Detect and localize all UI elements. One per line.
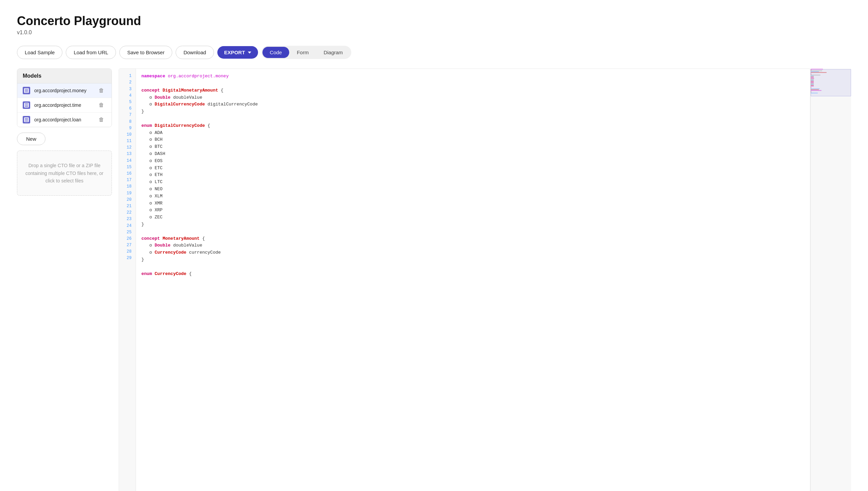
code-line: o LTC — [141, 179, 805, 186]
code-line: o ETH — [141, 172, 805, 179]
download-button[interactable]: Download — [176, 46, 214, 59]
line-number: 4 — [119, 93, 136, 99]
line-number: 1 — [119, 73, 136, 79]
line-number: 13 — [119, 151, 136, 157]
line-number: 3 — [119, 86, 136, 93]
delete-model-icon[interactable]: 🗑 — [97, 116, 106, 123]
line-number: 14 — [119, 158, 136, 164]
line-number: 22 — [119, 210, 136, 216]
delete-model-icon[interactable]: 🗑 — [97, 101, 106, 109]
code-line: } — [141, 221, 805, 228]
save-to-browser-button[interactable]: Save to Browser — [119, 46, 172, 59]
minimap-viewport — [811, 69, 851, 96]
export-label: EXPORT — [224, 50, 245, 55]
view-tabs: Code Form Diagram — [261, 46, 352, 59]
code-editor[interactable]: 1234567891011121314151617181920212223242… — [119, 68, 810, 491]
line-number: 5 — [119, 99, 136, 105]
line-number: 7 — [119, 112, 136, 118]
app-title: Concerto Playground — [17, 14, 851, 28]
load-from-url-button[interactable]: Load from URL — [66, 46, 116, 59]
tab-form[interactable]: Form — [289, 47, 316, 58]
line-number: 9 — [119, 125, 136, 132]
line-number: 11 — [119, 138, 136, 144]
tab-diagram[interactable]: Diagram — [316, 47, 350, 58]
code-line: o DASH — [141, 151, 805, 158]
code-line: concept MonetaryAmount { — [141, 235, 805, 242]
line-number: 20 — [119, 197, 136, 203]
code-panel: 1234567891011121314151617181920212223242… — [119, 68, 851, 491]
line-number: 15 — [119, 164, 136, 171]
model-item[interactable]: org.accordproject.loan 🗑 — [17, 113, 112, 127]
model-item[interactable]: org.accordproject.time 🗑 — [17, 98, 112, 113]
code-line: enum CurrencyCode { — [141, 271, 805, 278]
sidebar: Models org.accordproject.money 🗑 org.acc… — [17, 68, 119, 491]
code-line — [141, 80, 805, 87]
code-line: } — [141, 256, 805, 263]
line-number: 25 — [119, 229, 136, 236]
line-number: 29 — [119, 255, 136, 261]
model-name: org.accordproject.loan — [34, 117, 97, 122]
line-number: 18 — [119, 183, 136, 190]
chevron-down-icon — [248, 52, 251, 54]
line-number: 26 — [119, 236, 136, 242]
main-content: Models org.accordproject.money 🗑 org.acc… — [17, 68, 851, 491]
code-line: o DigitalCurrencyCode digitalCurrencyCod… — [141, 101, 805, 108]
line-number: 21 — [119, 203, 136, 210]
line-number: 12 — [119, 144, 136, 151]
code-line: o XLM — [141, 193, 805, 200]
minimap — [810, 68, 851, 491]
load-sample-button[interactable]: Load Sample — [17, 46, 62, 59]
model-name: org.accordproject.time — [34, 102, 97, 108]
line-numbers: 1234567891011121314151617181920212223242… — [119, 69, 136, 491]
code-line: o Double doubleValue — [141, 242, 805, 249]
code-line: o ETC — [141, 165, 805, 172]
code-line: o ZEC — [141, 214, 805, 221]
line-number: 19 — [119, 190, 136, 197]
new-model-button[interactable]: New — [17, 133, 45, 145]
export-button[interactable]: EXPORT — [217, 46, 258, 59]
code-line: namespace org.accordproject.money — [141, 73, 805, 80]
code-line — [141, 263, 805, 271]
line-number: 2 — [119, 79, 136, 86]
line-number: 27 — [119, 242, 136, 249]
code-content: namespace org.accordproject.money concep… — [136, 69, 810, 491]
line-number: 6 — [119, 105, 136, 112]
code-line: o BCH — [141, 136, 805, 143]
model-item[interactable]: org.accordproject.money 🗑 — [17, 83, 112, 98]
line-number: 17 — [119, 177, 136, 183]
toolbar: Load Sample Load from URL Save to Browse… — [17, 46, 851, 59]
line-number: 8 — [119, 119, 136, 125]
code-line: concept DigitalMonetaryAmount { — [141, 87, 805, 94]
code-lines: 1234567891011121314151617181920212223242… — [119, 69, 810, 491]
code-line: enum DigitalCurrencyCode { — [141, 122, 805, 130]
app-version: v1.0.0 — [17, 30, 851, 36]
code-line — [141, 115, 805, 122]
model-icon — [23, 87, 30, 94]
line-number: 24 — [119, 223, 136, 229]
code-line: o NEO — [141, 186, 805, 193]
code-line: o BTC — [141, 143, 805, 151]
model-list: Models org.accordproject.money 🗑 org.acc… — [17, 68, 112, 127]
model-icon — [23, 101, 30, 109]
model-icon — [23, 116, 30, 123]
app-container: Concerto Playground v1.0.0 Load Sample L… — [0, 0, 868, 491]
model-name: org.accordproject.money — [34, 88, 97, 93]
code-line: o XMR — [141, 200, 805, 207]
code-line: o ADA — [141, 130, 805, 137]
code-line: o EOS — [141, 158, 805, 165]
model-items-container: org.accordproject.money 🗑 org.accordproj… — [17, 83, 112, 127]
code-line: } — [141, 108, 805, 115]
drop-zone[interactable]: Drop a single CTO file or a ZIP file con… — [17, 151, 112, 196]
line-number: 10 — [119, 132, 136, 138]
line-number: 28 — [119, 249, 136, 255]
code-line: o XRP — [141, 207, 805, 214]
delete-model-icon[interactable]: 🗑 — [97, 87, 106, 94]
header: Concerto Playground v1.0.0 — [17, 14, 851, 36]
model-list-header: Models — [17, 69, 112, 83]
code-line — [141, 228, 805, 235]
code-line: o CurrencyCode currencyCode — [141, 249, 805, 256]
tab-code[interactable]: Code — [262, 47, 290, 58]
line-number: 23 — [119, 216, 136, 222]
code-line: o Double doubleValue — [141, 94, 805, 101]
line-number: 16 — [119, 171, 136, 177]
